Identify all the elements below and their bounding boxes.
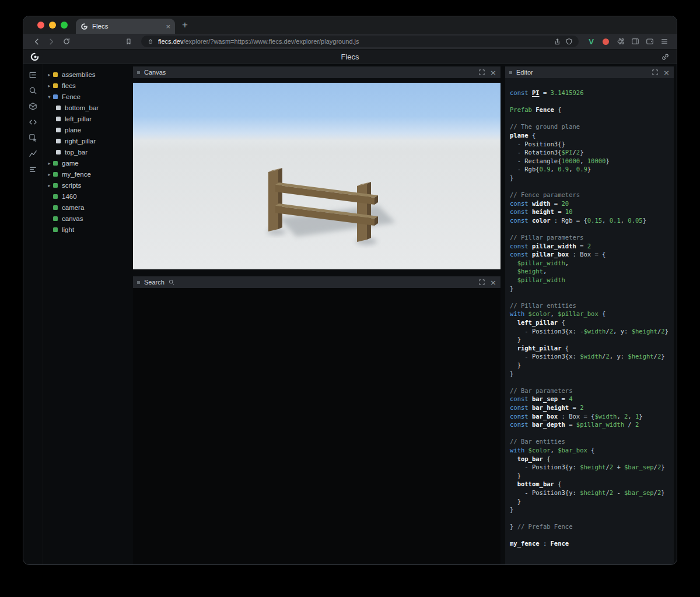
- code-line[interactable]: right_pillar {: [510, 344, 674, 353]
- code-line[interactable]: [510, 429, 674, 438]
- side-panel-button[interactable]: [628, 35, 642, 48]
- red-extension-button[interactable]: [599, 35, 612, 48]
- tree-item-assemblies[interactable]: ▸assemblies: [43, 69, 131, 80]
- search-button[interactable]: [27, 85, 40, 96]
- canvas-3d-viewport[interactable]: [133, 78, 501, 269]
- close-icon[interactable]: ×: [490, 69, 496, 76]
- inspector-button[interactable]: [27, 132, 40, 143]
- code-line[interactable]: const bar_sep = 4: [510, 395, 674, 403]
- reload-button[interactable]: [60, 35, 74, 48]
- browser-tab[interactable]: Flecs ×: [76, 19, 175, 34]
- window-zoom-button[interactable]: [61, 22, 68, 29]
- forward-button[interactable]: [44, 35, 58, 48]
- code-line[interactable]: $pillar_width,: [510, 259, 674, 268]
- address-bar[interactable]: flecs.dev/explorer/?wasm=https://www.fle…: [141, 36, 579, 47]
- chevron-right-icon[interactable]: ▸: [46, 182, 53, 188]
- code-line[interactable]: const bar_depth = $pillar_width / 2: [510, 420, 674, 429]
- code-line[interactable]: const pillar_width = 2: [510, 242, 674, 251]
- code-line[interactable]: const height = 10: [510, 208, 674, 216]
- code-line[interactable]: // Fence parameters: [510, 191, 674, 199]
- share-link-icon[interactable]: [661, 52, 670, 61]
- code-line[interactable]: Prefab Fence {: [510, 106, 674, 114]
- tree-item-light[interactable]: light: [43, 224, 131, 235]
- tree-item-game[interactable]: ▸game: [43, 157, 131, 168]
- wallet-button[interactable]: [643, 35, 656, 48]
- tree-item-scripts[interactable]: ▸scripts: [43, 180, 131, 191]
- tree-item-1460[interactable]: 1460: [43, 191, 131, 202]
- chevron-right-icon[interactable]: ▸: [46, 72, 53, 78]
- code-line[interactable]: const pillar_box : Box = {: [510, 250, 674, 259]
- code-line[interactable]: plane {: [510, 131, 674, 140]
- url-text[interactable]: flecs.dev/explorer/?wasm=https://www.fle…: [158, 38, 550, 45]
- code-line[interactable]: }: [510, 370, 674, 378]
- window-close-button[interactable]: [37, 22, 44, 29]
- code-line[interactable]: [510, 97, 674, 106]
- code-line[interactable]: [510, 531, 674, 540]
- chevron-right-icon[interactable]: ▸: [46, 83, 53, 89]
- code-line[interactable]: [510, 378, 674, 387]
- v-extension-button[interactable]: V: [584, 35, 598, 48]
- tab-close-icon[interactable]: ×: [166, 23, 170, 30]
- code-line[interactable]: const bar_height = 2: [510, 403, 674, 412]
- search-results-area[interactable]: [133, 288, 501, 564]
- extensions-button[interactable]: [614, 35, 627, 48]
- tree-item-my_fence[interactable]: ▸my_fence: [43, 168, 131, 180]
- new-tab-button[interactable]: +: [175, 16, 195, 34]
- code-line[interactable]: - Rgb{0.9, 0.9, 0.9}: [510, 165, 674, 174]
- code-line[interactable]: }: [510, 505, 674, 514]
- code-line[interactable]: bottom_bar {: [510, 480, 674, 489]
- tree-item-camera[interactable]: camera: [43, 202, 131, 213]
- code-line[interactable]: - Position3{}: [510, 140, 674, 149]
- code-line[interactable]: [510, 114, 674, 123]
- editor-panel-header[interactable]: Editor ×: [505, 66, 674, 78]
- chevron-down-icon[interactable]: ▾: [46, 94, 53, 100]
- code-line[interactable]: [510, 182, 674, 191]
- code-line[interactable]: [510, 293, 674, 301]
- code-line[interactable]: }: [510, 174, 674, 182]
- code-line[interactable]: with $color, $pillar_box {: [510, 310, 674, 318]
- flecs-logo-icon[interactable]: [30, 52, 40, 62]
- window-minimize-button[interactable]: [49, 22, 56, 29]
- code-editor[interactable]: const PI = 3.1415926 Prefab Fence { // T…: [505, 78, 674, 564]
- code-line[interactable]: // Pillar entities: [510, 301, 674, 310]
- code-line[interactable]: // Bar entities: [510, 437, 674, 446]
- chevron-right-icon[interactable]: ▸: [46, 171, 53, 177]
- tree-item-bottom_bar[interactable]: bottom_bar: [43, 102, 131, 113]
- expand-icon[interactable]: [652, 69, 658, 75]
- code-line[interactable]: $pillar_width: [510, 276, 674, 285]
- code-line[interactable]: [510, 514, 674, 523]
- expand-icon[interactable]: [479, 279, 485, 285]
- code-line[interactable]: - Rectangle{10000, 10000}: [510, 157, 674, 166]
- code-line[interactable]: - Rotation3{$PI/2}: [510, 148, 674, 157]
- tree-item-top_bar[interactable]: top_bar: [43, 146, 131, 157]
- code-line[interactable]: my_fence : Fence: [510, 539, 674, 548]
- code-line[interactable]: - Position3{x: -$width/2, y: $height/2}: [510, 327, 674, 336]
- code-line[interactable]: const bar_box : Box = {$width, 2, 1}: [510, 412, 674, 421]
- code-line[interactable]: }: [510, 472, 674, 480]
- code-line[interactable]: const color : Rgb = {0.15, 0.1, 0.05}: [510, 216, 674, 225]
- tree-item-plane[interactable]: plane: [43, 124, 131, 135]
- code-line[interactable]: // Bar parameters: [510, 387, 674, 395]
- share-icon[interactable]: [554, 38, 561, 45]
- code-line[interactable]: }: [510, 361, 674, 370]
- code-line[interactable]: top_bar {: [510, 455, 674, 463]
- code-line[interactable]: with $color, $bar_box {: [510, 446, 674, 455]
- close-icon[interactable]: ×: [663, 69, 670, 76]
- tree-item-Fence[interactable]: ▾Fence: [43, 91, 131, 102]
- code-line[interactable]: // Pillar parameters: [510, 233, 674, 242]
- code-line[interactable]: }: [510, 285, 674, 293]
- code-line[interactable]: const width = 20: [510, 199, 674, 208]
- browser-menu-button[interactable]: [657, 35, 671, 48]
- tree-item-canvas[interactable]: canvas: [43, 213, 131, 224]
- code-line[interactable]: // The ground plane: [510, 122, 674, 131]
- expand-icon[interactable]: [479, 69, 485, 75]
- code-line[interactable]: $height,: [510, 267, 674, 276]
- shield-icon[interactable]: [565, 38, 573, 45]
- list-button[interactable]: [27, 164, 40, 174]
- tree-item-flecs[interactable]: ▸flecs: [43, 80, 131, 91]
- code-line[interactable]: - Position3{x: $width/2, y: $height/2}: [510, 352, 674, 361]
- code-line[interactable]: }: [510, 335, 674, 344]
- code-line[interactable]: }: [510, 497, 674, 506]
- tree-item-right_pillar[interactable]: right_pillar: [43, 135, 131, 146]
- chart-button[interactable]: [27, 148, 40, 159]
